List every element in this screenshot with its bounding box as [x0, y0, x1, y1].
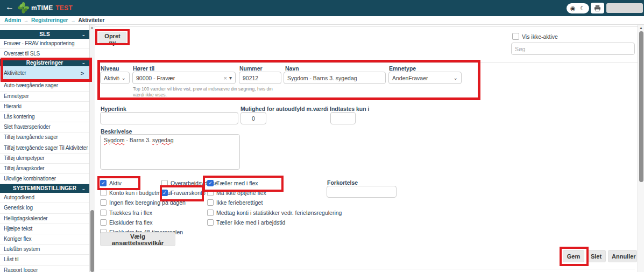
breadcrumb-separator-icon: →: [24, 18, 29, 23]
main-scrollbar-thumb[interactable]: [639, 31, 643, 182]
scroll-up-icon[interactable]: ▲: [90, 26, 94, 29]
checkbox-row-ingen-flex-beregning-på-dagen[interactable]: Ingen flex beregning på dagen: [100, 198, 186, 207]
niveau-select[interactable]: Aktivitet ⌄: [100, 72, 130, 84]
navn-input[interactable]: [284, 72, 386, 84]
delete-button[interactable]: Slet: [586, 250, 606, 262]
sidebar-scrollbar-thumb[interactable]: [90, 210, 94, 272]
checkbox-label: Fraværskonto: [171, 190, 206, 196]
create-new-button[interactable]: Opret ny: [98, 32, 126, 43]
sidebar-item-rapport-logoer[interactable]: Rapport logoer: [0, 266, 89, 272]
clear-icon[interactable]: ×: [224, 75, 227, 81]
select-employment-terms-button[interactable]: Vælg ansættelsesvilkår: [100, 232, 175, 246]
sidebar-item-ulovlige-kombinationer[interactable]: Ulovlige kombinationer: [0, 174, 89, 184]
nummer-input[interactable]: [239, 72, 281, 84]
dark-mode-icon[interactable]: ☾: [580, 4, 585, 13]
checkbox-row-ikke-ferieberettiget[interactable]: Ikke ferieberettiget: [207, 198, 342, 207]
hyperlink-input[interactable]: [100, 112, 238, 124]
sidebar-item-korriger-flex[interactable]: Korriger flex: [0, 234, 89, 245]
panel-top-border: [97, 62, 638, 63]
checkbox-row-må-ikke-optjene-flex[interactable]: Må ikke optjene flex: [207, 188, 342, 198]
indtastes-input[interactable]: [330, 112, 356, 124]
checkbox-label: Tæller ikke med i arbejdstid: [216, 219, 285, 226]
autoudfyld-input[interactable]: [240, 112, 266, 124]
divider: [95, 26, 638, 27]
back-icon[interactable]: ←: [5, 2, 14, 12]
checkbox-label: Aktiv: [109, 180, 122, 186]
checkbox-label: Ekskluder fra flex: [109, 219, 153, 226]
sidebar-item-tilføj-ulempetyper[interactable]: Tilføj ulempetyper: [0, 154, 89, 164]
show-inactive-checkbox[interactable]: [512, 33, 519, 40]
misspelled-word: sygedag: [152, 137, 174, 143]
sidebar-item-tilføj-tværgående-sager[interactable]: Tilføj tværgående sager: [0, 132, 89, 143]
checked-checkbox[interactable]: ✓: [161, 190, 168, 196]
breadcrumb-registreringer[interactable]: Registreringer: [31, 17, 68, 23]
checkbox-column-3: ✓Tæller med i flexMå ikke optjene flexIk…: [207, 178, 342, 227]
show-inactive-toggle[interactable]: Vis ikke-aktive: [512, 33, 558, 40]
sidebar-item-tilføj-tværgående-sager-til-aktiviteter[interactable]: Tilføj tværgående sager Til Aktiviteter: [0, 143, 89, 154]
emnetype-select[interactable]: AndenFravaer ⌄: [388, 72, 462, 84]
sidebar-item-helligdagskalender[interactable]: Helligdagskalender: [0, 214, 89, 224]
checkbox-label: Ikke ferieberettiget: [216, 199, 263, 206]
sidebar-item-lås-kontering[interactable]: Lås kontering: [0, 112, 89, 122]
chevron-down-icon: ⌄: [81, 30, 86, 39]
unchecked-checkbox[interactable]: [207, 219, 214, 226]
sidebar-item-låst-til[interactable]: Låst til: [0, 255, 89, 265]
sidebar-item-tilføj-årsagskoder[interactable]: Tilføj årsagskoder: [0, 164, 89, 174]
app-title: mTIMETEST: [31, 4, 73, 12]
scroll-up-icon[interactable]: ▲: [639, 26, 643, 30]
sidebar-scrollbar[interactable]: ▲: [89, 25, 95, 272]
checked-checkbox[interactable]: ✓: [100, 180, 107, 186]
sidebar-item-generisk-log[interactable]: Generisk log: [0, 203, 89, 213]
sidebar-item-hjælpe-tekst[interactable]: Hjælpe tekst: [0, 224, 89, 234]
save-button[interactable]: Gem: [563, 250, 584, 262]
unchecked-checkbox[interactable]: [100, 190, 107, 196]
sidebar-item-luk-åbn-system[interactable]: Luk/åbn system: [0, 245, 89, 255]
chevron-right-icon: >: [81, 66, 84, 80]
theme-toggle[interactable]: ◉ ☾: [567, 3, 589, 13]
search-input[interactable]: [511, 43, 635, 55]
forkortelse-input[interactable]: [327, 186, 397, 198]
sidebar-item-oversæt-til-sls[interactable]: Oversæt til SLS: [0, 49, 89, 59]
checkbox-row-ekskluder-fra-flex[interactable]: Ekskluder fra flex: [100, 218, 186, 227]
unchecked-checkbox[interactable]: [207, 210, 214, 216]
checkbox-label: Tæller med i flex: [216, 180, 258, 186]
environment-badge: TEST: [55, 4, 72, 12]
sidebar-item-autogodkend[interactable]: Autogodkend: [0, 193, 89, 203]
beskrivelse-textarea[interactable]: Sygdom - Barns 3. sygedag: [100, 134, 240, 170]
hoerer-til-combobox[interactable]: 90000 - Fravær × ▾: [132, 72, 236, 84]
light-mode-icon[interactable]: ◉: [570, 4, 576, 13]
sidebar-section-registreringer[interactable]: Registreringer⌄: [0, 59, 89, 66]
breadcrumb-aktiviteter: Aktiviteter: [78, 17, 104, 23]
sidebar-item-emnetyper[interactable]: Emnetyper: [0, 92, 89, 102]
checked-checkbox[interactable]: ✓: [207, 180, 214, 186]
panel-bottom-border: [100, 269, 635, 269]
unchecked-checkbox[interactable]: [100, 210, 107, 216]
checkbox-label: Trækkes fra i flex: [109, 210, 152, 216]
unchecked-checkbox[interactable]: [100, 219, 107, 226]
sidebar-section-sls[interactable]: SLS⌄: [0, 30, 89, 39]
text-segment: - Barns 3.: [125, 137, 152, 143]
checkbox-row-tæller-ikke-med-i-arbejdstid[interactable]: Tæller ikke med i arbejdstid: [207, 218, 342, 227]
main-scrollbar[interactable]: ▲: [638, 25, 644, 272]
breadcrumb-admin[interactable]: Admin: [4, 17, 21, 23]
show-inactive-label: Vis ikke-aktive: [522, 33, 558, 40]
sidebar-item-hierarki[interactable]: Hierarki: [0, 102, 89, 112]
unchecked-checkbox[interactable]: [161, 180, 168, 186]
unchecked-checkbox[interactable]: [100, 199, 107, 206]
checkbox-row-trækkes-fra-i-flex[interactable]: Trækkes fra i flex: [100, 208, 186, 218]
cancel-button[interactable]: Annuller: [608, 250, 637, 262]
hoerer-til-label: Hører til: [133, 65, 154, 72]
hoerer-til-helper-text: Top 100 værdier vil blive vist, prøv at …: [133, 86, 285, 98]
unchecked-checkbox[interactable]: [207, 199, 214, 206]
sidebar-section-systemindstillinger[interactable]: SYSTEMINDSTILLINGER⌄: [0, 184, 89, 193]
sidebar-item-aktiviteter[interactable]: Aktiviteter>: [0, 66, 89, 81]
user-menu[interactable]: [606, 3, 643, 13]
print-button[interactable]: [591, 3, 604, 13]
printer-icon: [594, 5, 601, 12]
unchecked-checkbox[interactable]: [207, 190, 214, 196]
checkbox-row-medtag-konti-i-statistikker-vedr-ferielønsregulering[interactable]: Medtag konti i statistikker vedr. feriel…: [207, 208, 342, 218]
sidebar-item-fravær-frav-indrapportering[interactable]: Fravær - FRAV indrapportering: [0, 39, 89, 49]
checkbox-row-tæller-med-i-flex[interactable]: ✓Tæller med i flex: [207, 178, 342, 188]
sidebar-item-auto-tværgående-sager[interactable]: Auto-tværgående sager: [0, 81, 89, 91]
sidebar-item-slet-fraværsperioder[interactable]: Slet fraværsperioder: [0, 122, 89, 132]
